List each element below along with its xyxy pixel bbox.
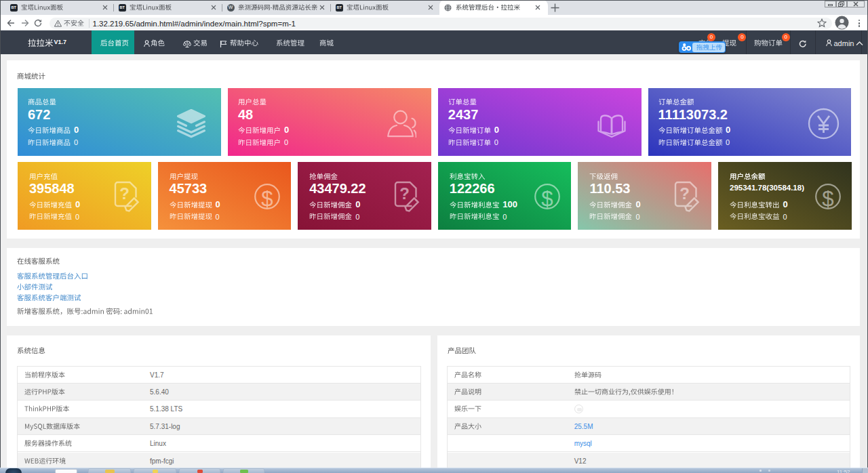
svg-text:?: ? (119, 184, 130, 203)
svg-text:$: $ (262, 188, 273, 211)
svg-text:?: ? (399, 184, 410, 203)
svg-text:?: ? (679, 184, 690, 203)
svg-text:$: $ (822, 188, 833, 211)
svg-text:$: $ (542, 188, 553, 211)
